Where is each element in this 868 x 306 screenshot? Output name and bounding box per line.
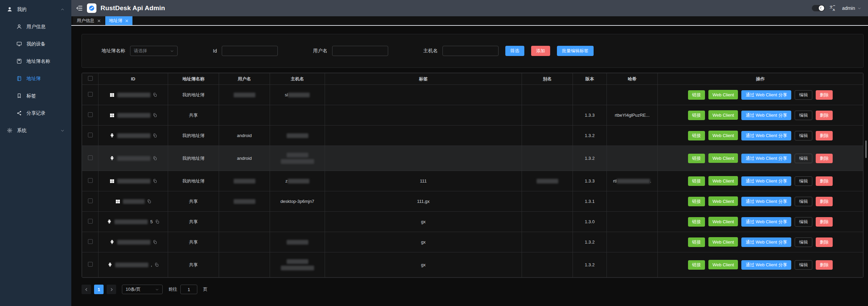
alias-cell bbox=[522, 126, 573, 146]
row-checkbox[interactable] bbox=[88, 198, 93, 203]
copy-icon[interactable] bbox=[155, 263, 159, 267]
close-tab-icon[interactable] bbox=[97, 19, 101, 23]
goto-page-input[interactable] bbox=[180, 285, 197, 294]
page-1-button[interactable]: 1 bbox=[94, 285, 104, 294]
edit-button[interactable]: 编辑 bbox=[795, 154, 812, 163]
redacted-text bbox=[287, 240, 308, 245]
sidebar-group-system[interactable]: 系统 bbox=[0, 122, 71, 139]
link-button[interactable]: 链接 bbox=[688, 197, 705, 206]
edit-button[interactable]: 编辑 bbox=[795, 176, 812, 186]
share-web-client-button[interactable]: 通过 Web Client 分享 bbox=[741, 197, 791, 206]
share-web-client-button[interactable]: 通过 Web Client 分享 bbox=[741, 90, 791, 100]
copy-icon[interactable] bbox=[153, 113, 157, 117]
edit-button[interactable]: 编辑 bbox=[795, 237, 812, 247]
language-icon[interactable]: 文A bbox=[829, 5, 836, 12]
copy-icon[interactable] bbox=[153, 240, 157, 244]
web-client-button[interactable]: Web Client bbox=[708, 153, 738, 163]
link-button[interactable]: 链接 bbox=[688, 217, 705, 227]
version-cell: 1.3.2 bbox=[573, 252, 607, 278]
user-menu[interactable]: admin bbox=[842, 5, 861, 11]
tab-label: 地址簿 bbox=[109, 18, 122, 24]
row-checkbox[interactable] bbox=[88, 219, 93, 224]
edit-button[interactable]: 编辑 bbox=[795, 197, 812, 206]
sidebar-item-tag[interactable]: 标签 bbox=[0, 87, 71, 104]
link-button[interactable]: 链接 bbox=[688, 154, 705, 163]
page-size-select[interactable]: 10条/页 bbox=[122, 285, 163, 294]
link-button[interactable]: 链接 bbox=[688, 260, 705, 270]
batch-edit-tags-button[interactable]: 批量编辑标签 bbox=[557, 46, 594, 56]
link-button[interactable]: 链接 bbox=[688, 131, 705, 140]
share-web-client-button[interactable]: 通过 Web Client 分享 bbox=[741, 131, 791, 140]
next-page-button[interactable] bbox=[107, 285, 116, 294]
sidebar-item-address-book[interactable]: 地址簿 bbox=[0, 70, 71, 87]
web-client-button[interactable]: Web Client bbox=[708, 260, 738, 269]
row-checkbox[interactable] bbox=[88, 239, 93, 244]
edit-button[interactable]: 编辑 bbox=[795, 217, 812, 227]
sidebar-group-mine[interactable]: 我的 bbox=[0, 1, 71, 18]
page-size-value: 10条/页 bbox=[126, 286, 141, 292]
web-client-button[interactable]: Web Client bbox=[708, 110, 738, 120]
delete-button[interactable]: 删除 bbox=[816, 237, 833, 247]
select-all-checkbox[interactable] bbox=[88, 76, 93, 81]
delete-button[interactable]: 删除 bbox=[816, 154, 833, 163]
web-client-button[interactable]: Web Client bbox=[708, 90, 738, 99]
web-client-button[interactable]: Web Client bbox=[708, 196, 738, 206]
row-checkbox[interactable] bbox=[88, 262, 93, 267]
delete-button[interactable]: 删除 bbox=[816, 90, 833, 100]
web-client-button[interactable]: Web Client bbox=[708, 217, 738, 226]
copy-icon[interactable] bbox=[153, 93, 157, 97]
share-web-client-button[interactable]: 通过 Web Client 分享 bbox=[741, 237, 791, 247]
copy-icon[interactable] bbox=[153, 156, 157, 160]
edit-button[interactable]: 编辑 bbox=[795, 111, 812, 120]
link-button[interactable]: 链接 bbox=[688, 90, 705, 100]
hostname-input[interactable] bbox=[442, 46, 499, 56]
link-button[interactable]: 链接 bbox=[688, 176, 705, 186]
share-web-client-button[interactable]: 通过 Web Client 分享 bbox=[741, 217, 791, 227]
link-button[interactable]: 链接 bbox=[688, 111, 705, 120]
sidebar-item-user[interactable]: 用户信息 bbox=[0, 18, 71, 35]
share-web-client-button[interactable]: 通过 Web Client 分享 bbox=[741, 154, 791, 163]
row-checkbox[interactable] bbox=[88, 112, 93, 117]
prev-page-button[interactable] bbox=[82, 285, 91, 294]
edit-button[interactable]: 编辑 bbox=[795, 131, 812, 140]
scrollbar-thumb[interactable] bbox=[865, 140, 867, 158]
share-web-client-button[interactable]: 通过 Web Client 分享 bbox=[741, 260, 791, 270]
delete-button[interactable]: 删除 bbox=[816, 197, 833, 206]
add-button[interactable]: 添加 bbox=[531, 46, 550, 56]
copy-icon[interactable] bbox=[153, 133, 157, 138]
delete-button[interactable]: 删除 bbox=[816, 217, 833, 227]
dark-mode-toggle[interactable]: ☾ bbox=[812, 5, 825, 12]
copy-icon[interactable] bbox=[147, 199, 151, 204]
edit-button[interactable]: 编辑 bbox=[795, 90, 812, 100]
username-input[interactable] bbox=[332, 46, 388, 56]
link-button[interactable]: 链接 bbox=[688, 237, 705, 247]
redacted-text bbox=[117, 93, 150, 97]
delete-button[interactable]: 删除 bbox=[816, 111, 833, 120]
row-checkbox[interactable] bbox=[88, 92, 93, 97]
row-checkbox[interactable] bbox=[88, 178, 93, 183]
delete-button[interactable]: 删除 bbox=[816, 176, 833, 186]
copy-icon[interactable] bbox=[155, 219, 160, 224]
sidebar-item-share[interactable]: 分享记录 bbox=[0, 104, 71, 122]
tab-active[interactable]: 地址簿 bbox=[105, 16, 132, 25]
delete-button[interactable]: 删除 bbox=[816, 260, 833, 270]
sidebar-item-address-book-name[interactable]: 地址簿名称 bbox=[0, 53, 71, 70]
id-input[interactable] bbox=[222, 46, 278, 56]
web-client-button[interactable]: Web Client bbox=[708, 237, 738, 247]
share-web-client-button[interactable]: 通过 Web Client 分享 bbox=[741, 111, 791, 120]
sidebar-item-monitor[interactable]: 我的设备 bbox=[0, 35, 71, 53]
web-client-button[interactable]: Web Client bbox=[708, 131, 738, 140]
book-name-select[interactable]: 请选择 bbox=[130, 46, 178, 56]
filter-button[interactable]: 筛选 bbox=[505, 46, 524, 56]
web-client-button[interactable]: Web Client bbox=[708, 176, 738, 186]
edit-button[interactable]: 编辑 bbox=[795, 260, 812, 270]
user-menu-label: admin bbox=[842, 5, 855, 11]
close-tab-icon[interactable] bbox=[125, 19, 129, 23]
delete-button[interactable]: 删除 bbox=[816, 131, 833, 140]
row-checkbox[interactable] bbox=[88, 133, 93, 137]
share-web-client-button[interactable]: 通过 Web Client 分享 bbox=[741, 176, 791, 186]
row-checkbox[interactable] bbox=[88, 155, 93, 160]
copy-icon[interactable] bbox=[153, 179, 157, 183]
tab-inactive[interactable]: 用户信息 bbox=[73, 16, 105, 25]
fold-menu-icon[interactable] bbox=[76, 5, 83, 12]
